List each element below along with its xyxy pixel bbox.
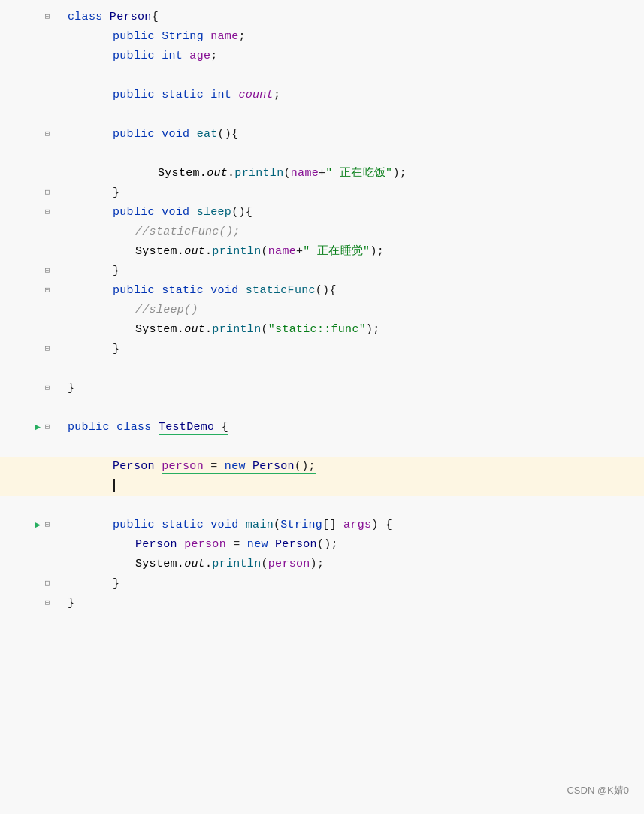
code-line-16: //sleep() <box>0 301 644 320</box>
fold-icon-1[interactable]: ⊟ <box>42 12 53 23</box>
gutter-1: ⊟ <box>0 12 60 23</box>
line-content-14: } <box>60 262 644 280</box>
code-line-25 <box>0 477 644 496</box>
code-line-8 <box>0 144 644 164</box>
line-content-3: public int age; <box>60 47 644 65</box>
code-line-3: public int age; <box>0 47 644 66</box>
fold-icon-14[interactable]: ⊟ <box>42 266 53 277</box>
line-content-10: } <box>60 184 644 202</box>
code-line-15: ⊟ public static void staticFunc(){ <box>0 281 644 301</box>
code-line-1: ⊟ class Person{ <box>0 8 644 27</box>
line-content-12: //staticFunc(); <box>60 223 644 241</box>
code-line-27: ▶ ⊟ public static void main(String[] arg… <box>0 516 644 535</box>
gutter-11: ⊟ <box>0 207 60 218</box>
fold-icon-22[interactable]: ⊟ <box>42 422 53 433</box>
line-content-11: public void sleep(){ <box>60 204 644 222</box>
line-content-16: //sleep() <box>60 301 644 319</box>
line-content-31: } <box>60 595 644 613</box>
line-content-29: System.out.println(person); <box>60 555 644 573</box>
gutter-14: ⊟ <box>0 266 60 277</box>
line-content-5: public static int count; <box>60 86 644 104</box>
fold-icon-11[interactable]: ⊟ <box>42 207 53 218</box>
line-content-20: } <box>60 380 644 398</box>
line-content-19 <box>60 360 644 378</box>
code-line-20: ⊟ } <box>0 379 644 398</box>
line-content-2: public String name; <box>60 28 644 46</box>
gutter-20: ⊟ <box>0 383 60 394</box>
code-line-30: ⊟ } <box>0 574 644 594</box>
line-content-25 <box>60 477 644 495</box>
line-content-7: public void eat(){ <box>60 126 644 144</box>
code-line-10: ⊟ } <box>0 183 644 203</box>
code-line-22: ▶ ⊟ public class TestDemo { <box>0 418 644 437</box>
line-content-26 <box>60 497 644 515</box>
fold-icon-20[interactable]: ⊟ <box>42 383 53 394</box>
code-line-13: System.out.println(name+" 正在睡觉"); <box>0 242 644 262</box>
code-line-29: System.out.println(person); <box>0 555 644 574</box>
gutter-31: ⊟ <box>0 598 60 609</box>
gutter-7: ⊟ <box>0 129 60 140</box>
line-content-27: public static void main(String[] args) { <box>60 516 644 534</box>
code-line-18: ⊟ } <box>0 340 644 359</box>
line-content-4 <box>60 67 644 85</box>
fold-icon-10[interactable]: ⊟ <box>42 188 53 198</box>
code-editor: ⊟ class Person{ public String name; publ… <box>0 0 644 621</box>
code-line-9: System.out.println(name+" 正在吃饭"); <box>0 164 644 183</box>
fold-icon-31[interactable]: ⊟ <box>42 598 53 609</box>
line-content-22: public class TestDemo { <box>60 419 644 437</box>
line-content-8 <box>60 145 644 163</box>
line-content-6 <box>60 106 644 124</box>
code-line-4 <box>0 66 644 86</box>
line-content-15: public static void staticFunc(){ <box>60 282 644 300</box>
gutter-18: ⊟ <box>0 344 60 355</box>
run-icon-22[interactable]: ▶ <box>35 420 41 436</box>
code-line-5: public static int count; <box>0 86 644 105</box>
line-content-9: System.out.println(name+" 正在吃饭"); <box>60 165 644 183</box>
fold-icon-7[interactable]: ⊟ <box>42 129 53 140</box>
code-line-6 <box>0 105 644 125</box>
line-content-28: Person person = new Person(); <box>60 536 644 554</box>
code-line-14: ⊟ } <box>0 262 644 281</box>
gutter-10: ⊟ <box>0 188 60 198</box>
fold-icon-27[interactable]: ⊟ <box>42 520 53 531</box>
line-content-1: class Person{ <box>60 8 644 26</box>
code-line-21 <box>0 398 644 418</box>
code-line-31: ⊟ } <box>0 594 644 613</box>
code-line-12: //staticFunc(); <box>0 222 644 242</box>
code-line-17: System.out.println("static::func"); <box>0 320 644 340</box>
line-content-30: } <box>60 575 644 593</box>
code-line-2: public String name; <box>0 27 644 47</box>
gutter-27: ▶ ⊟ <box>0 518 60 534</box>
line-content-17: System.out.println("static::func"); <box>60 321 644 339</box>
code-line-28: Person person = new Person(); <box>0 535 644 555</box>
line-content-24: Person person = new Person(); <box>60 458 644 476</box>
line-content-13: System.out.println(name+" 正在睡觉"); <box>60 243 644 261</box>
code-line-7: ⊟ public void eat(){ <box>0 125 644 144</box>
text-cursor <box>113 479 115 492</box>
code-line-24: Person person = new Person(); <box>0 457 644 477</box>
line-content-21 <box>60 399 644 417</box>
fold-icon-18[interactable]: ⊟ <box>42 344 53 355</box>
fold-icon-30[interactable]: ⊟ <box>42 579 53 589</box>
gutter-30: ⊟ <box>0 579 60 589</box>
testdemo-underline: TestDemo { <box>159 421 228 435</box>
run-icon-27[interactable]: ▶ <box>35 518 41 534</box>
watermark: CSDN @K婧0 <box>567 783 629 799</box>
line-content-23 <box>60 438 644 456</box>
gutter-22: ▶ ⊟ <box>0 420 60 436</box>
person-underline: person = new Person(); <box>162 460 316 474</box>
gutter-15: ⊟ <box>0 286 60 296</box>
line-content-18: } <box>60 340 644 359</box>
code-line-26 <box>0 496 644 516</box>
code-line-23 <box>0 437 644 457</box>
fold-icon-15[interactable]: ⊟ <box>42 286 53 296</box>
code-line-11: ⊟ public void sleep(){ <box>0 203 644 222</box>
code-line-19 <box>0 359 644 379</box>
